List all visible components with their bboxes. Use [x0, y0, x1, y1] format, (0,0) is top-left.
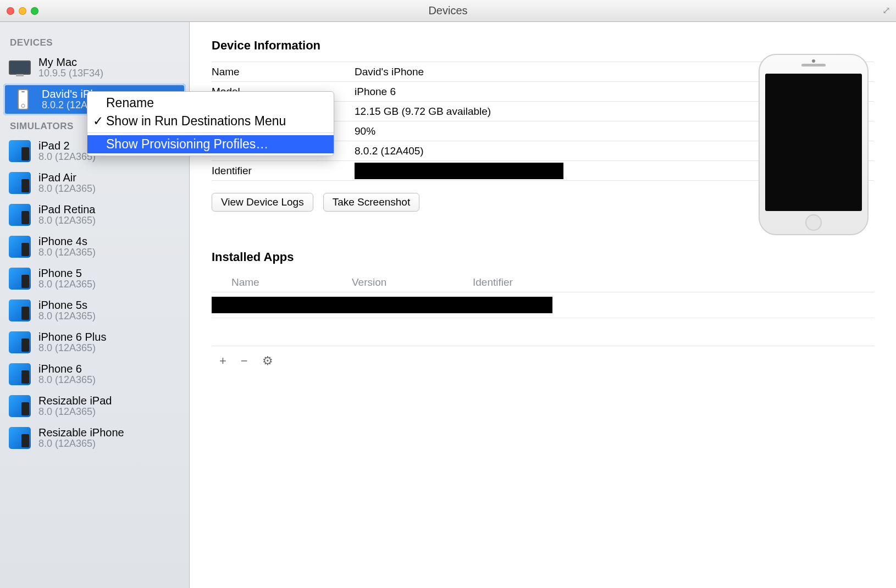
sim-name: iPhone 5 — [38, 267, 96, 279]
sidebar-item-ipad-retina[interactable]: iPad Retina 8.0 (12A365) — [0, 199, 189, 231]
sidebar-item-iphone-5[interactable]: iPhone 5 8.0 (12A365) — [0, 263, 189, 295]
apps-col-name[interactable]: Name — [212, 276, 352, 289]
remove-app-button[interactable]: − — [241, 354, 248, 368]
simulator-icon — [9, 427, 31, 449]
info-val-identifier-redacted — [355, 163, 563, 179]
sim-name: iPhone 6 Plus — [38, 331, 106, 343]
simulator-icon — [9, 236, 31, 258]
simulator-icon — [9, 331, 31, 353]
simulator-icon — [9, 363, 31, 385]
info-val-capacity: 12.15 GB (9.72 GB available) — [355, 106, 491, 118]
simulator-icon — [9, 395, 31, 417]
menu-separator — [87, 132, 334, 133]
add-app-button[interactable]: + — [219, 354, 226, 368]
sim-sub: 8.0 (12A365) — [38, 184, 96, 195]
window-close-button[interactable] — [7, 7, 14, 15]
info-val-model: iPhone 6 — [355, 86, 396, 98]
sidebar-item-iphone-5s[interactable]: iPhone 5s 8.0 (12A365) — [0, 295, 189, 326]
installed-app-redacted — [212, 297, 552, 313]
sidebar-item-resizable-ipad[interactable]: Resizable iPad 8.0 (12A365) — [0, 390, 189, 422]
installed-apps-heading: Installed Apps — [212, 250, 874, 264]
take-screenshot-button[interactable]: Take Screenshot — [323, 193, 420, 212]
apps-col-version[interactable]: Version — [352, 276, 473, 289]
sidebar-item-iphone-6-plus[interactable]: iPhone 6 Plus 8.0 (12A365) — [0, 326, 189, 358]
menu-item-show-run-destinations[interactable]: Show in Run Destinations Menu — [87, 112, 334, 130]
sidebar-item-iphone-4s[interactable]: iPhone 4s 8.0 (12A365) — [0, 231, 189, 263]
sim-name: Resizable iPad — [38, 395, 112, 407]
sim-sub: 8.0 (12A365) — [38, 311, 96, 322]
sidebar-section-devices: DEVICES — [0, 32, 189, 52]
info-key-identifier: Identifier — [212, 165, 355, 177]
sim-sub: 8.0 (12A365) — [38, 247, 96, 258]
device-sub: 10.9.5 (13F34) — [38, 68, 103, 79]
sim-sub: 8.0 (12A365) — [38, 215, 96, 226]
window-titlebar: Devices ⤢ — [0, 0, 896, 22]
installed-app-row[interactable] — [212, 292, 874, 318]
view-device-logs-button[interactable]: View Device Logs — [212, 193, 313, 212]
sim-sub: 8.0 (12A365) — [38, 279, 96, 290]
sim-sub: 8.0 (12A365) — [38, 375, 96, 386]
apps-col-identifier[interactable]: Identifier — [473, 276, 874, 289]
sidebar-item-resizable-iphone[interactable]: Resizable iPhone 8.0 (12A365) — [0, 422, 189, 454]
iphone-icon — [18, 89, 29, 110]
sim-name: iPad Air — [38, 171, 96, 184]
app-actions-gear-icon[interactable]: ⚙ — [262, 354, 273, 368]
menu-item-rename[interactable]: Rename — [87, 94, 334, 112]
device-preview-image — [759, 54, 869, 235]
simulator-icon — [9, 268, 31, 290]
device-context-menu: Rename Show in Run Destinations Menu Sho… — [87, 91, 334, 156]
sim-sub: 8.0 (12A365) — [38, 407, 112, 418]
sidebar-item-iphone-6[interactable]: iPhone 6 8.0 (12A365) — [0, 358, 189, 390]
sidebar-item-my-mac[interactable]: My Mac 10.9.5 (13F34) — [0, 52, 189, 84]
info-key-name: Name — [212, 66, 355, 78]
mac-icon — [9, 60, 31, 75]
sim-name: iPad Retina — [38, 203, 96, 215]
sim-sub: 8.0 (12A365) — [38, 439, 124, 450]
window-minimize-button[interactable] — [19, 7, 26, 15]
window-title: Devices — [428, 4, 467, 17]
info-val-name: David's iPhone — [355, 66, 424, 78]
sim-name: iPhone 4s — [38, 235, 96, 247]
info-val-battery: 90% — [355, 125, 375, 137]
sidebar-item-ipad-air[interactable]: iPad Air 8.0 (12A365) — [0, 167, 189, 199]
sim-name: iPhone 5s — [38, 299, 96, 311]
device-name: My Mac — [38, 56, 103, 68]
info-val-ios: 8.0.2 (12A405) — [355, 145, 424, 157]
sim-name: Resizable iPhone — [38, 426, 124, 439]
sim-name: iPhone 6 — [38, 363, 96, 375]
device-info-heading: Device Information — [212, 38, 874, 53]
fullscreen-icon[interactable]: ⤢ — [882, 4, 891, 16]
simulator-icon — [9, 172, 31, 194]
sim-sub: 8.0 (12A365) — [38, 343, 106, 354]
simulator-icon — [9, 204, 31, 226]
window-zoom-button[interactable] — [31, 7, 38, 15]
simulator-icon — [9, 299, 31, 321]
simulator-icon — [9, 140, 31, 162]
menu-item-show-provisioning-profiles[interactable]: Show Provisioning Profiles… — [87, 135, 334, 153]
